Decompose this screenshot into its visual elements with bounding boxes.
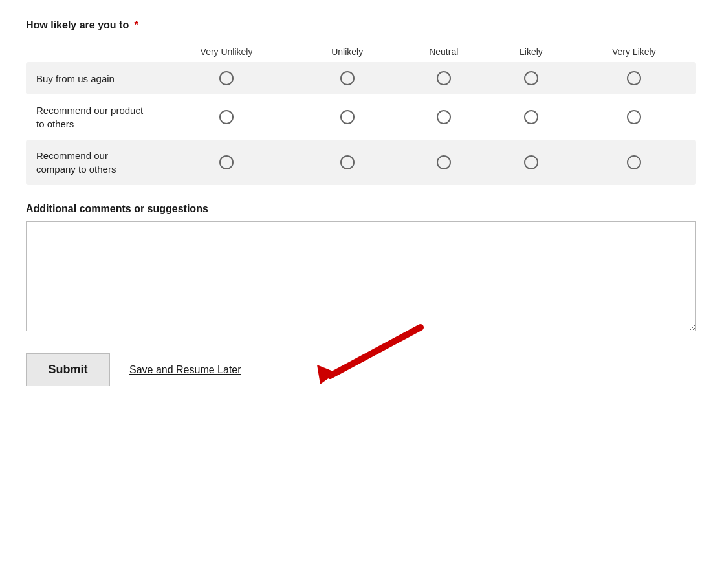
radio-recommend-product-very-likely — [572, 94, 696, 140]
table-row: Recommend our company to others — [26, 140, 696, 185]
radio-circle[interactable] — [340, 110, 355, 124]
table-header-row: Very Unlikely Unlikely Neutral Likely Ve… — [26, 41, 696, 62]
radio-recommend-company-likely — [490, 140, 571, 185]
radio-circle[interactable] — [340, 71, 355, 85]
rating-table: Very Unlikely Unlikely Neutral Likely Ve… — [26, 41, 696, 185]
actions-row: Submit Save and Resume Later — [26, 353, 696, 386]
radio-buy-again-very-likely — [572, 62, 696, 94]
radio-buy-again-unlikely — [298, 62, 397, 94]
radio-buy-again-neutral — [397, 62, 490, 94]
radio-recommend-product-neutral — [397, 94, 490, 140]
radio-circle[interactable] — [437, 110, 451, 124]
row-recommend-product-label: Recommend our product to others — [26, 94, 155, 140]
row-label-header — [26, 41, 155, 62]
question-label: How likely are you to * — [26, 19, 696, 31]
radio-recommend-company-very-likely — [572, 140, 696, 185]
radio-circle[interactable] — [627, 110, 641, 124]
radio-recommend-product-likely — [490, 94, 571, 140]
radio-circle[interactable] — [627, 155, 641, 169]
radio-buy-again-likely — [490, 62, 571, 94]
radio-circle[interactable] — [219, 71, 234, 85]
col-likely: Likely — [490, 41, 571, 62]
radio-recommend-product-unlikely — [298, 94, 397, 140]
radio-circle[interactable] — [524, 110, 538, 124]
radio-circle[interactable] — [437, 71, 451, 85]
radio-circle[interactable] — [627, 71, 641, 85]
radio-recommend-company-unlikely — [298, 140, 397, 185]
radio-circle[interactable] — [219, 155, 234, 169]
col-neutral: Neutral — [397, 41, 490, 62]
row-buy-again-label: Buy from us again — [26, 62, 155, 94]
col-very-likely: Very Likely — [572, 41, 696, 62]
radio-circle[interactable] — [524, 71, 538, 85]
svg-line-0 — [330, 327, 421, 376]
radio-circle[interactable] — [437, 155, 451, 169]
radio-buy-again-very-unlikely — [155, 62, 298, 94]
radio-recommend-company-very-unlikely — [155, 140, 298, 185]
radio-circle[interactable] — [524, 155, 538, 169]
save-resume-button[interactable]: Save and Resume Later — [129, 364, 241, 376]
svg-marker-1 — [317, 365, 336, 384]
required-star: * — [135, 19, 138, 30]
col-very-unlikely: Very Unlikely — [155, 41, 298, 62]
comments-section: Additional comments or suggestions — [26, 203, 696, 334]
radio-recommend-company-neutral — [397, 140, 490, 185]
radio-circle[interactable] — [340, 155, 355, 169]
submit-button[interactable]: Submit — [26, 353, 110, 386]
radio-recommend-product-very-unlikely — [155, 94, 298, 140]
table-row: Recommend our product to others — [26, 94, 696, 140]
comments-label: Additional comments or suggestions — [26, 203, 696, 215]
comments-textarea[interactable] — [26, 221, 696, 331]
table-row: Buy from us again — [26, 62, 696, 94]
row-recommend-company-label: Recommend our company to others — [26, 140, 155, 185]
col-unlikely: Unlikely — [298, 41, 397, 62]
radio-circle[interactable] — [219, 110, 234, 124]
